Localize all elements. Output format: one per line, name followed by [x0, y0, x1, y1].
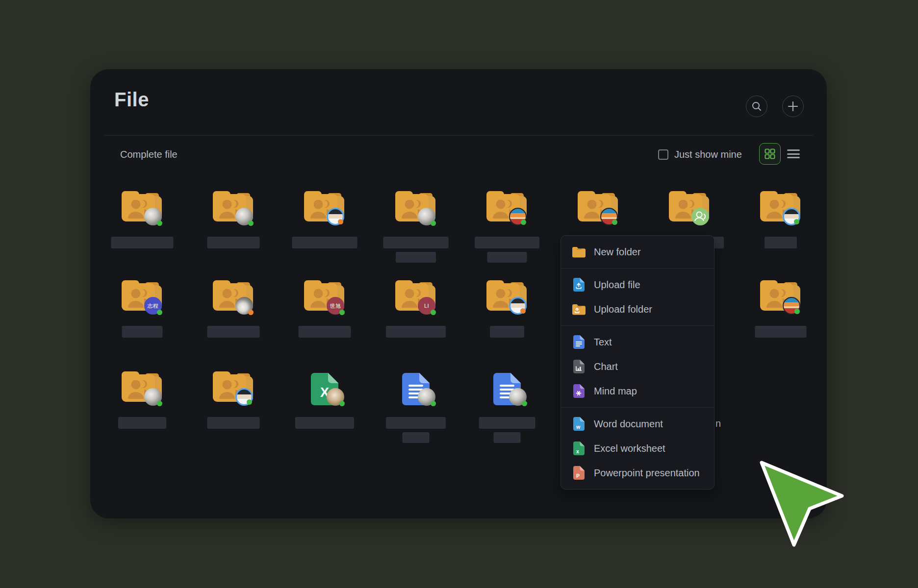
redacted-name-bar	[487, 252, 527, 263]
redacted-name-bar	[295, 417, 354, 429]
redacted-name-bar	[479, 417, 536, 429]
svg-text:x: x	[576, 448, 579, 454]
folder-item[interactable]	[304, 191, 345, 226]
person-add-icon	[691, 208, 709, 225]
redacted-name-bar	[765, 237, 797, 248]
context-menu: New folder Upload file Upload folder Tex…	[561, 235, 714, 490]
owner-avatar	[783, 297, 800, 315]
menu-item-label: New folder	[594, 246, 641, 258]
status-dot	[521, 220, 526, 225]
owner-avatar	[327, 208, 344, 225]
menu-item-text-doc[interactable]: Text	[561, 330, 714, 354]
desktop-background: File Complete file Just show mine	[0, 0, 918, 588]
owner-avatar	[235, 388, 253, 406]
folder-item[interactable]	[669, 191, 710, 226]
folder-item[interactable]	[213, 371, 254, 407]
redacted-name-bar	[494, 432, 521, 443]
owner-avatar	[418, 388, 435, 406]
menu-group: wWord document xExcel worksheet PPowerpo…	[561, 408, 714, 489]
folder-item[interactable]: LI	[395, 280, 436, 316]
status-dot	[247, 399, 252, 405]
owner-avatar	[144, 388, 162, 406]
redacted-name-bar	[403, 432, 430, 443]
owner-avatar	[509, 208, 527, 225]
folder-item[interactable]	[760, 191, 801, 226]
file-grid: 志程 世旭 LI	[90, 69, 827, 518]
chart-doc-icon	[572, 360, 586, 373]
svg-text:P: P	[576, 473, 580, 479]
owner-avatar	[509, 388, 527, 406]
menu-item-label: Upload file	[594, 279, 640, 291]
upload-folder-icon	[572, 304, 586, 315]
redacted-name-bar	[299, 326, 351, 338]
status-dot	[157, 310, 162, 315]
owner-avatar	[144, 208, 162, 225]
status-dot	[157, 401, 162, 406]
redacted-name-bar	[386, 417, 446, 429]
status-dot	[794, 219, 799, 224]
redacted-name-bar	[207, 417, 260, 429]
menu-item-upload-file[interactable]: Upload file	[561, 272, 714, 297]
status-dot	[339, 401, 345, 406]
folder-item[interactable]	[760, 280, 801, 316]
status-dot	[794, 309, 800, 314]
menu-item-word-doc[interactable]: wWord document	[561, 412, 714, 436]
menu-item-label: Word document	[594, 418, 663, 430]
status-dot	[339, 310, 345, 315]
redacted-name-bar	[755, 326, 807, 338]
file-item[interactable]: X	[304, 371, 345, 407]
redacted-name-bar	[118, 417, 166, 429]
status-dot	[522, 401, 527, 406]
hidden-label-fragment: n	[715, 418, 721, 429]
folder-item[interactable]	[213, 280, 254, 316]
redacted-name-bar	[386, 326, 446, 338]
owner-avatar	[509, 297, 527, 315]
menu-item-new-folder[interactable]: New folder	[561, 240, 714, 264]
menu-group: New folder	[561, 236, 714, 268]
status-dot	[248, 310, 254, 315]
text-doc-icon	[572, 335, 586, 349]
status-dot	[431, 401, 436, 406]
folder-item[interactable]	[486, 191, 528, 226]
menu-item-mindmap-doc[interactable]: Mind map	[561, 379, 714, 403]
owner-avatar: 志程	[144, 297, 162, 315]
folder-item[interactable]	[213, 191, 254, 226]
redacted-name-bar	[396, 252, 436, 263]
word-doc-icon: w	[572, 417, 586, 431]
status-dot	[431, 310, 436, 315]
folder-item[interactable]	[122, 371, 163, 407]
menu-item-label: Chart	[594, 361, 618, 372]
redacted-name-bar	[207, 326, 260, 338]
owner-avatar: 世旭	[327, 297, 344, 315]
member-avatar	[691, 208, 709, 225]
redacted-name-bar	[111, 237, 174, 248]
folder-item[interactable]	[578, 191, 619, 226]
folder-item[interactable]: 志程	[122, 280, 163, 316]
menu-group: Upload file Upload folder	[561, 269, 714, 325]
status-dot	[248, 220, 254, 226]
file-item[interactable]	[486, 371, 528, 407]
status-dot	[157, 220, 162, 226]
folder-item[interactable]	[395, 191, 436, 226]
menu-item-excel-doc[interactable]: xExcel worksheet	[561, 436, 714, 461]
redacted-name-bar	[490, 326, 524, 338]
folder-item[interactable]	[486, 280, 528, 316]
menu-item-upload-folder[interactable]: Upload folder	[561, 297, 714, 321]
status-dot	[338, 219, 343, 224]
menu-item-label: Upload folder	[594, 304, 652, 315]
owner-avatar: LI	[418, 297, 435, 315]
menu-item-label: Powerpoint presentation	[594, 467, 700, 479]
menu-item-chart-doc[interactable]: Chart	[561, 354, 714, 379]
ppt-doc-icon: P	[572, 466, 586, 480]
redacted-name-bar	[383, 237, 449, 248]
owner-avatar	[235, 297, 253, 315]
folder-item[interactable]: 世旭	[304, 280, 345, 316]
owner-avatar	[783, 208, 800, 225]
owner-avatar	[235, 208, 253, 225]
menu-item-label: Text	[594, 337, 612, 348]
folder-item[interactable]	[122, 191, 163, 226]
file-item[interactable]	[395, 371, 436, 407]
excel-doc-icon: x	[572, 441, 586, 455]
menu-item-ppt-doc[interactable]: PPowerpoint presentation	[561, 461, 714, 485]
owner-avatar	[600, 208, 618, 225]
